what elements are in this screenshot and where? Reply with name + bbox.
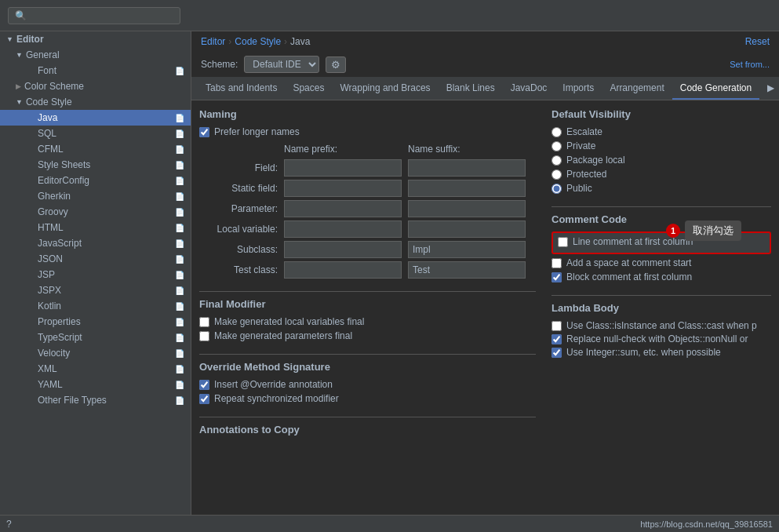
local-var-prefix-input[interactable] [284, 220, 402, 238]
reset-link[interactable]: Reset [745, 36, 770, 47]
static-field-suffix-input[interactable] [408, 180, 526, 197]
static-field-prefix-input[interactable] [284, 180, 402, 197]
file-icon: 📄 [175, 255, 184, 264]
default-visibility-title: Default Visibility [551, 108, 771, 120]
sidebar-item-label: TypeScript [38, 332, 82, 343]
breadcrumb-codestyle[interactable]: Code Style [235, 36, 281, 47]
tab-code-generation[interactable]: Code Generation [672, 78, 759, 100]
class-isinstance-checkbox[interactable] [551, 321, 562, 331]
public-label: Public [566, 183, 592, 194]
tab-blank-lines[interactable]: Blank Lines [439, 78, 503, 100]
sidebar-item-label: Kotlin [38, 301, 61, 312]
sidebar-item-xml[interactable]: XML📄 [0, 361, 191, 377]
sidebar-item-label: EditorConfig [38, 175, 89, 186]
lambda-section: Lambda Body Use Class::isInstance and Cl… [551, 302, 771, 358]
comment-code-section: Comment Code Line comment at first colum… [551, 213, 771, 282]
sidebar-item-velocity[interactable]: Velocity📄 [0, 345, 191, 361]
search-input[interactable] [8, 7, 180, 24]
sidebar-item-other-file-types[interactable]: Other File Types📄 [0, 392, 191, 408]
sep2: › [284, 36, 287, 47]
package-local-radio[interactable] [551, 155, 562, 166]
sidebar-item-groovy[interactable]: Groovy📄 [0, 204, 191, 220]
file-icon: 📄 [175, 114, 184, 122]
parameter-suffix-input[interactable] [408, 200, 526, 217]
sidebar-item-label: SQL [38, 128, 56, 139]
escalate-radio[interactable] [551, 127, 562, 137]
add-space-comment-checkbox[interactable] [551, 258, 562, 268]
sidebar-item-html[interactable]: HTML📄 [0, 220, 191, 235]
file-icon: 📄 [175, 239, 184, 248]
set-from-link[interactable]: Set from... [730, 60, 770, 69]
use-integer-sum-checkbox[interactable] [551, 348, 562, 358]
sidebar-item-font[interactable]: Font📄 [0, 63, 191, 78]
public-radio[interactable] [551, 184, 562, 194]
file-icon: 📄 [175, 161, 184, 169]
breadcrumb-editor[interactable]: Editor [201, 36, 225, 47]
breadcrumb: Editor › Code Style › Java Reset [191, 31, 779, 52]
file-icon: 📄 [175, 192, 184, 201]
synchronized-checkbox[interactable] [199, 394, 209, 404]
sidebar-item-label: Properties [38, 316, 81, 327]
tooltip-cancel: 取消勾选 [685, 220, 741, 241]
tab-tabs-and-indents[interactable]: Tabs and Indents [198, 78, 285, 100]
badge-number: 1 [666, 224, 680, 238]
sidebar-item-label: Style Sheets [38, 159, 90, 170]
scheme-select[interactable]: Default IDE [244, 56, 319, 73]
file-icon: 📄 [175, 286, 184, 295]
field-suffix-input[interactable] [408, 159, 526, 177]
subclass-prefix-input[interactable] [284, 241, 402, 258]
content-area: Editor › Code Style › Java Reset Scheme:… [191, 31, 779, 515]
sidebar-item-label: HTML [38, 222, 64, 233]
sidebar-item-code-style[interactable]: ▼Code Style [0, 94, 191, 110]
sidebar-item-gherkin[interactable]: Gherkin📄 [0, 188, 191, 204]
sidebar-item-label: Font [38, 65, 56, 76]
local-final-checkbox[interactable] [199, 317, 209, 327]
tab-arrangement[interactable]: Arrangement [602, 78, 672, 100]
sidebar-item-kotlin[interactable]: Kotlin📄 [0, 298, 191, 314]
sidebar-item-jspx[interactable]: JSPX📄 [0, 282, 191, 298]
params-final-checkbox[interactable] [199, 331, 209, 341]
file-icon: 📄 [175, 381, 184, 389]
tab-spaces[interactable]: Spaces [285, 78, 332, 100]
override-annotation-checkbox[interactable] [199, 380, 209, 390]
sidebar-item-style-sheets[interactable]: Style Sheets📄 [0, 157, 191, 173]
sidebar-item-json[interactable]: JSON📄 [0, 251, 191, 267]
tab-javadoc[interactable]: JavaDoc [503, 78, 555, 100]
sidebar-item-yaml[interactable]: YAML📄 [0, 377, 191, 392]
sidebar-item-typescript[interactable]: TypeScript📄 [0, 330, 191, 345]
sidebar-item-general[interactable]: ▼General [0, 47, 191, 63]
test-class-suffix-input[interactable] [408, 261, 526, 279]
test-class-prefix-input[interactable] [284, 261, 402, 279]
tab-imports[interactable]: Imports [555, 78, 602, 100]
sidebar-item-properties[interactable]: Properties📄 [0, 314, 191, 330]
sidebar-item-color-scheme[interactable]: ▶Color Scheme [0, 78, 191, 94]
tab-▶[interactable]: ▶ [759, 78, 779, 100]
protected-radio[interactable] [551, 169, 562, 180]
prefer-longer-checkbox[interactable] [199, 127, 209, 137]
tabs-bar: Tabs and IndentsSpacesWrapping and Brace… [191, 78, 779, 100]
sidebar-item-jsp[interactable]: JSP📄 [0, 267, 191, 282]
sidebar-item-sql[interactable]: SQL📄 [0, 126, 191, 141]
sidebar-item-editorconfig[interactable]: EditorConfig📄 [0, 173, 191, 188]
replace-null-check-checkbox[interactable] [551, 334, 562, 344]
help-button[interactable]: ? [6, 519, 12, 530]
left-panel: Naming Prefer longer names Name prefix: … [199, 108, 536, 507]
default-visibility-section: Default Visibility Escalate Private Pack… [551, 108, 771, 194]
subclass-suffix-input[interactable] [408, 241, 526, 258]
sidebar-item-label: Color Scheme [24, 81, 84, 92]
sidebar-item-editor[interactable]: ▼Editor [0, 31, 191, 47]
sidebar-item-javascript[interactable]: JavaScript📄 [0, 235, 191, 251]
private-radio[interactable] [551, 141, 562, 151]
gear-button[interactable]: ⚙ [326, 56, 346, 73]
triangle-icon: ▼ [16, 98, 23, 106]
sidebar-item-cfml[interactable]: CFML📄 [0, 141, 191, 157]
name-suffix-header: Name suffix: [408, 144, 526, 156]
field-prefix-input[interactable] [284, 159, 402, 177]
sidebar-item-java[interactable]: Java📄 [0, 110, 191, 126]
block-comment-first-col-checkbox[interactable] [551, 272, 562, 282]
prefer-longer-label: Prefer longer names [214, 126, 300, 137]
tab-wrapping-and-braces[interactable]: Wrapping and Braces [332, 78, 438, 100]
local-var-suffix-input[interactable] [408, 220, 526, 238]
line-comment-first-col-checkbox[interactable] [558, 237, 568, 247]
parameter-prefix-input[interactable] [284, 200, 402, 217]
